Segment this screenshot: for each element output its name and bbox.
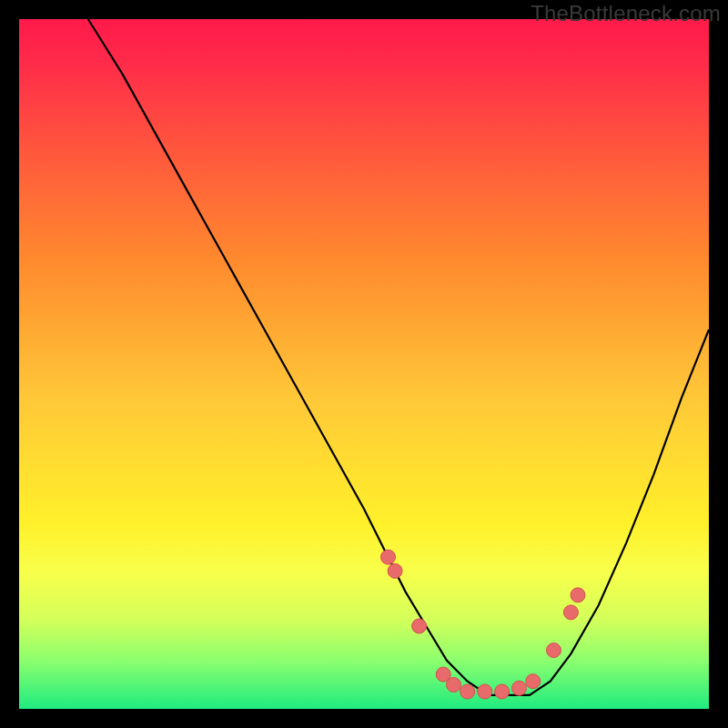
optimal-marker <box>478 684 492 699</box>
optimal-marker <box>388 563 402 578</box>
optimal-marker <box>526 674 541 689</box>
chart-frame <box>19 19 709 709</box>
optimal-marker <box>412 619 427 633</box>
optimal-marker <box>447 678 461 693</box>
optimal-marker <box>563 605 578 620</box>
optimal-marker <box>547 643 561 658</box>
optimal-marker <box>512 681 527 695</box>
optimal-marker <box>571 588 585 602</box>
optimal-marker <box>381 550 396 564</box>
optimal-marker <box>495 684 510 699</box>
optimal-marker <box>460 684 475 699</box>
watermark-text: TheBottleneck.com <box>531 1 721 26</box>
bottleneck-curve-line <box>88 19 709 695</box>
bottleneck-chart <box>19 19 709 709</box>
